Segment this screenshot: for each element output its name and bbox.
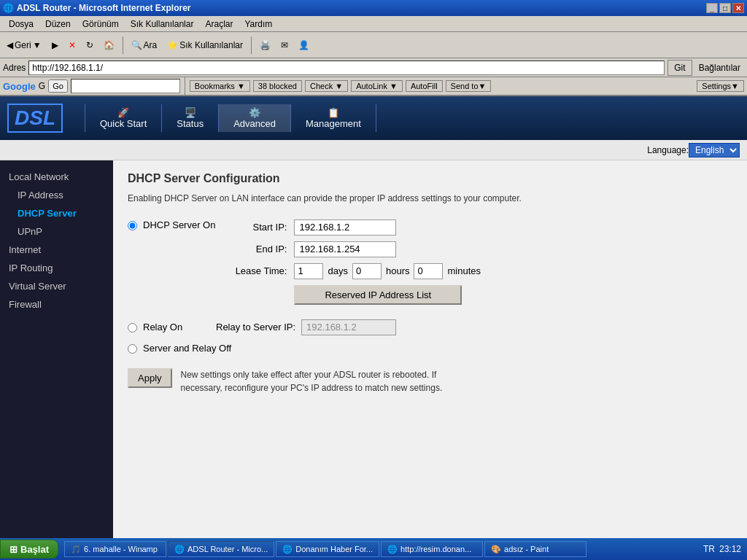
relay-on-radio[interactable] [128, 323, 137, 332]
sidebar-item-virtual-server[interactable]: Virtual Server [0, 277, 113, 295]
google-sep1 [185, 77, 185, 95]
taskbar-item-donanum[interactable]: 🌐 Donanım Haber For... [276, 541, 379, 557]
autofill-btn[interactable]: AutoFill [406, 80, 443, 92]
sendto-btn[interactable]: Send to▼ [446, 80, 492, 92]
menu-yardim[interactable]: Yardım [239, 18, 278, 31]
menu-bar: Dosya Düzen Görünüm Sık Kullanılanlar Ar… [0, 16, 747, 32]
lease-minutes-input[interactable] [414, 263, 443, 279]
reserved-ip-btn[interactable]: Reserved IP Address List [294, 285, 462, 305]
dsl-logo: DSL [7, 104, 63, 133]
sidebar-item-ip-routing[interactable]: IP Routing [0, 259, 113, 277]
bookmarks-btn[interactable]: Bookmarks ▼ [190, 80, 250, 92]
people-btn[interactable]: 👤 [295, 35, 313, 55]
google-bar: Google G Go Bookmarks ▼ 38 blocked Check… [0, 77, 747, 96]
donanum-label: Donanım Haber For... [295, 545, 373, 553]
taskbar-item-ie[interactable]: 🌐 ADSL Router - Micro... [168, 541, 274, 557]
google-search-input[interactable] [71, 79, 180, 93]
mail-btn[interactable]: ✉ [277, 35, 292, 55]
relay-on-label: Relay On [143, 322, 216, 332]
google-g-icon: G [39, 81, 45, 91]
print-btn[interactable]: 🖨️ [256, 35, 274, 55]
toolbar-separator-1 [123, 36, 123, 54]
end-ip-input[interactable] [294, 241, 396, 257]
autolink-btn[interactable]: AutoLink ▼ [351, 80, 403, 92]
server-relay-off-label: Server and Relay Off [143, 343, 231, 354]
relay-ip-input[interactable] [301, 319, 396, 335]
dhcp-server-on-label: DHCP Server On [143, 219, 215, 230]
winamp-label: 6. mahalle - Winamp [84, 545, 158, 553]
back-btn[interactable]: ◀ Geri ▼ [3, 35, 45, 55]
lang-label: TR [703, 544, 715, 554]
apply-row: Apply New settings only take effect afte… [128, 368, 732, 394]
ie-logo: 🌐 [3, 3, 14, 13]
home-btn[interactable]: 🏠 [100, 35, 118, 55]
taskbar-items: 🎵 6. mahalle - Winamp 🌐 ADSL Router - Mi… [61, 541, 697, 557]
mail-icon: ✉ [281, 40, 288, 50]
settings-btn[interactable]: Settings▼ [697, 80, 744, 92]
server-relay-off-radio[interactable] [128, 344, 137, 354]
lease-hours-input[interactable] [352, 263, 382, 279]
taskbar-item-resim[interactable]: 🌐 http://resim.donan... [381, 541, 483, 557]
nav-advanced[interactable]: ⚙️ Advanced [219, 104, 291, 132]
advanced-label: Advanced [233, 118, 276, 129]
donanum-icon: 🌐 [282, 545, 293, 554]
winamp-icon: 🎵 [71, 545, 81, 554]
resim-icon: 🌐 [387, 545, 398, 554]
minimize-btn[interactable]: _ [706, 3, 718, 13]
start-button[interactable]: ⊞ Başlat [0, 540, 58, 559]
windows-icon: ⊞ [9, 544, 18, 555]
check-btn[interactable]: Check ▼ [305, 80, 348, 92]
back-icon: ◀ [7, 40, 13, 50]
sidebar-item-firewall[interactable]: Firewall [0, 295, 113, 314]
apply-btn[interactable]: Apply [128, 368, 172, 388]
menu-gorunum[interactable]: Görünüm [77, 18, 125, 31]
title-bar: 🌐 ADSL Router - Microsoft Internet Explo… [0, 0, 747, 16]
sidebar-item-ip-address[interactable]: IP Address [0, 186, 113, 204]
refresh-btn[interactable]: ↻ [82, 35, 97, 55]
lease-days-input[interactable] [294, 263, 323, 279]
nav-items: 🚀 Quick Start 🖥️ Status ⚙️ Advanced 📋 Ma… [85, 104, 740, 132]
nav-status[interactable]: 🖥️ Status [162, 104, 219, 132]
paint-icon: 🎨 [491, 545, 501, 554]
taskbar-item-paint[interactable]: 🎨 adsız - Paint [484, 541, 587, 557]
forward-btn[interactable]: ▶ [48, 35, 62, 55]
links-btn[interactable]: Bağlantılar [695, 60, 744, 76]
ie-label: ADSL Router - Micro... [187, 545, 268, 553]
google-logo: Google [3, 81, 36, 92]
start-ip-row: Start IP: [221, 219, 485, 236]
window-title: ADSL Router - Microsoft Internet Explore… [17, 3, 190, 13]
forward-icon: ▶ [52, 40, 58, 50]
language-select[interactable]: English [689, 143, 740, 158]
sidebar-item-internet[interactable]: Internet [0, 241, 113, 259]
sidebar-item-upnp[interactable]: UPnP [0, 222, 113, 241]
taskbar-item-winamp[interactable]: 🎵 6. mahalle - Winamp [64, 541, 166, 557]
sidebar: Local Network IP Address DHCP Server UPn… [0, 160, 113, 538]
nav-management[interactable]: 📋 Management [291, 104, 376, 132]
close-btn[interactable]: ✕ [732, 3, 744, 13]
refresh-icon: ↻ [86, 40, 93, 50]
relay-server-ip-label: Relay to Server IP: [216, 322, 295, 332]
quick-start-label: Quick Start [100, 118, 147, 129]
maximize-btn[interactable]: □ [719, 3, 731, 13]
router-nav: DSL 🚀 Quick Start 🖥️ Status ⚙️ Advanced … [0, 96, 747, 140]
blocked-btn[interactable]: 38 blocked [253, 80, 302, 92]
menu-sik[interactable]: Sık Kullanılanlar [125, 18, 200, 31]
back-label: Geri [15, 40, 31, 50]
search-label: Ara [144, 40, 158, 50]
sidebar-item-dhcp-server[interactable]: DHCP Server [0, 204, 113, 222]
nav-quick-start[interactable]: 🚀 Quick Start [85, 104, 162, 132]
address-input[interactable] [28, 61, 665, 75]
google-go-btn[interactable]: Go [48, 79, 68, 93]
menu-dosya[interactable]: Dosya [3, 18, 39, 31]
end-ip-label: End IP: [221, 244, 287, 254]
sidebar-item-local-network[interactable]: Local Network [0, 168, 113, 186]
language-bar: Language: English [0, 140, 747, 160]
favorites-btn[interactable]: ⭐ Sık Kullanılanlar [163, 35, 247, 55]
menu-duzen[interactable]: Düzen [39, 18, 77, 31]
start-ip-input[interactable] [294, 219, 396, 236]
go-btn[interactable]: Git [667, 60, 692, 76]
stop-btn[interactable]: ✕ [65, 35, 80, 55]
menu-araclar[interactable]: Araçlar [199, 18, 239, 31]
search-btn[interactable]: 🔍 Ara [128, 35, 161, 55]
dhcp-server-on-radio[interactable] [128, 221, 137, 230]
